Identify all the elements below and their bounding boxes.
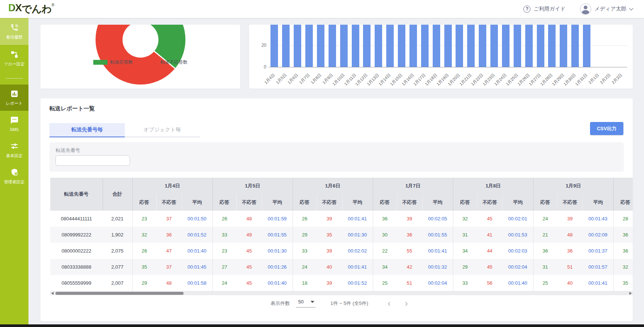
avatar (580, 3, 591, 15)
bar (340, 25, 348, 67)
total-cell: 2,007 (103, 275, 132, 291)
average-time-cell: 00:02:05 (422, 211, 453, 227)
unanswered-cell: 40 (317, 259, 342, 275)
sidebar-divider (6, 78, 23, 79)
bar (329, 25, 336, 67)
legend-label: 転送不応答数 (161, 59, 188, 65)
section-title: 転送レポート一覧 (49, 105, 95, 112)
answered-cell: 25 (373, 275, 397, 291)
sms-icon (10, 116, 19, 125)
scroll-right-icon[interactable] (629, 292, 632, 295)
usage-guide-label: ご利用ガイド (533, 6, 565, 12)
answered-cell: 32 (132, 227, 156, 243)
bar (270, 25, 278, 67)
phone-number-cell: 08033338888 (50, 259, 103, 275)
answered-cell: 32 (453, 211, 477, 227)
unanswered-cell: 41 (477, 227, 502, 243)
answered-cell: 34 (453, 243, 477, 259)
sub-header-answered: 応答 (613, 194, 633, 211)
average-time-cell: 00:01:40 (182, 243, 212, 259)
average-time-cell: 00:01:41 (342, 259, 373, 275)
sub-header-average: 平均 (502, 194, 533, 211)
answered-cell: 36 (613, 243, 633, 259)
answered-cell: 26 (212, 211, 236, 227)
tab-by-forward-number[interactable]: 転送先番号毎 (49, 123, 125, 137)
unanswered-cell: 45 (477, 211, 502, 227)
average-time-cell: 00:01:53 (502, 227, 533, 243)
bar-series (269, 25, 627, 67)
legend-item: 転送応答数 (93, 59, 133, 65)
average-time-cell: 00:01:32 (422, 259, 453, 275)
average-time-cell: 00:01:59 (262, 211, 293, 227)
answered-cell: 36 (533, 243, 557, 259)
answered-cell: 31 (533, 259, 557, 275)
sidebar-item-basic-settings[interactable]: 基本設定 (0, 137, 28, 163)
unanswered-cell: 42 (397, 259, 422, 275)
answered-cell: 31 (453, 227, 477, 243)
col-header-total: 合計 (103, 178, 132, 211)
user-menu[interactable]: メディア太郎 (580, 3, 633, 15)
select-caret-icon (311, 301, 314, 303)
sub-header-average: 平均 (342, 194, 373, 211)
bar (467, 25, 475, 67)
forward-number-input[interactable] (55, 155, 130, 166)
bar (444, 25, 452, 67)
unanswered-cell: 47 (156, 243, 182, 259)
phone-number-cell: 08000002222 (50, 243, 103, 259)
sidebar-item-flow-settings[interactable]: フロー設定 (0, 45, 28, 72)
next-page-icon[interactable]: › (405, 301, 408, 306)
unanswered-cell: 40 (557, 275, 583, 291)
table-row: 080333388882,077353700:01:45274500:01:26… (50, 259, 633, 275)
sub-header-answered: 応答 (533, 194, 557, 211)
sidebar-item-label: 着信履歴 (6, 34, 22, 40)
average-time-cell: 00:01:57 (583, 259, 613, 275)
bar (409, 25, 417, 67)
sub-header-answered: 応答 (373, 194, 397, 211)
scrollbar-thumb[interactable] (55, 292, 184, 295)
average-time-cell: 00:01:41 (342, 211, 373, 227)
sidebar-item-sms[interactable]: SMS (0, 111, 28, 137)
answered-cell: 36 (613, 227, 633, 243)
date-group-header: 1月8日 (453, 178, 533, 194)
average-time-cell: 00:01:40 (262, 275, 293, 291)
sidebar-item-incoming-history[interactable]: 着信履歴 (0, 18, 28, 45)
average-time-cell: 00:01:37 (583, 243, 613, 259)
csv-export-button[interactable]: CSV出力 (590, 122, 623, 135)
incoming-history-icon (10, 23, 19, 33)
tab-by-object[interactable]: オブジェクト毎 (125, 123, 200, 137)
answered-cell: 29 (293, 227, 317, 243)
bar (282, 25, 290, 67)
sidebar-item-label: レポート (6, 101, 23, 106)
sidebar-item-label: 管理者設定 (4, 179, 25, 185)
answered-cell: 35 (613, 275, 633, 291)
sidebar-item-label: SMS (10, 127, 19, 132)
average-time-cell: 00:01:55 (422, 227, 453, 243)
bar (502, 25, 510, 67)
sidebar-item-admin-settings[interactable]: 管理者設定 (0, 163, 28, 189)
average-time-cell: 00:02:02 (342, 243, 373, 259)
bar (525, 25, 533, 67)
sub-header-answered: 応答 (453, 194, 477, 211)
prev-page-icon[interactable]: ‹ (388, 301, 391, 306)
unanswered-cell: 36 (156, 227, 182, 243)
report-table: 転送先番号合計1月4日1月5日1月6日1月7日1月8日1月9日応答不応答平均応答… (50, 178, 633, 291)
unanswered-cell: 45 (236, 259, 262, 275)
bar (537, 25, 544, 67)
logo-denwa: でんわ (22, 2, 52, 16)
usage-guide-link[interactable]: ? ご利用ガイド (523, 6, 565, 13)
unanswered-cell: 39 (557, 211, 583, 227)
logo-dx: DX (8, 2, 22, 14)
chevron-down-icon (629, 6, 633, 10)
average-time-cell: 00:02:03 (502, 243, 533, 259)
bar (294, 25, 301, 67)
average-time-cell: 00:01:30 (262, 243, 293, 259)
sub-header-average: 平均 (422, 194, 453, 211)
scroll-left-icon[interactable] (51, 292, 54, 295)
unanswered-cell: 48 (236, 211, 262, 227)
sidebar-item-report[interactable]: レポート (0, 85, 28, 111)
window-bottom-edge (0, 324, 644, 327)
sub-header-average: 平均 (262, 194, 293, 211)
unanswered-cell: 44 (477, 243, 502, 259)
answered-cell: 32 (613, 259, 633, 275)
per-page-select[interactable]: 50 (296, 299, 315, 308)
